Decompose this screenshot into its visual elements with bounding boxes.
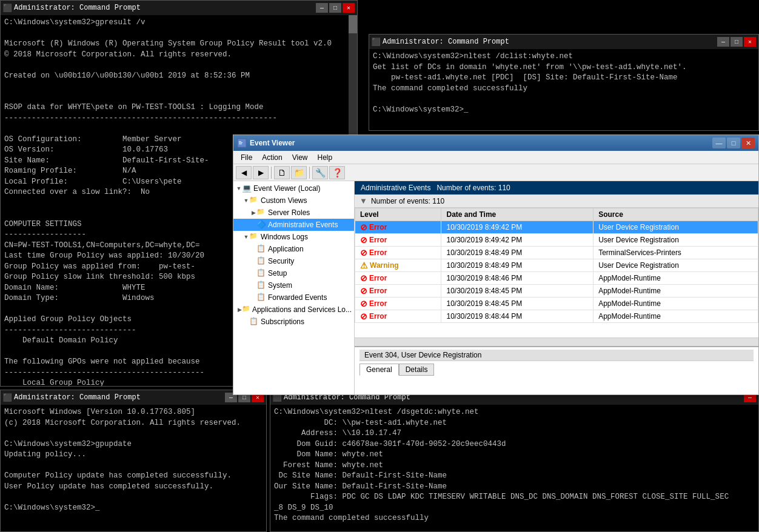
tree-custom-views-label: Custom Views xyxy=(261,196,307,205)
cmd-title-1: Administrator: Command Prompt xyxy=(14,4,141,12)
menu-file[interactable]: File xyxy=(236,153,257,162)
cmd-text-4: C:\Windows\system32>nltest /dsgetdc:whyt… xyxy=(274,407,755,524)
tree-windows-logs-label: Windows Logs xyxy=(261,233,308,241)
security-log-icon: 📋 xyxy=(256,256,266,266)
event-datetime-cell: 10/30/2019 8:48:44 PM xyxy=(441,310,593,323)
ev-tab-general[interactable]: General xyxy=(359,364,399,376)
svg-rect-3 xyxy=(239,144,242,144)
event-source-cell: AppModel-Runtime xyxy=(593,310,758,323)
filter-count-label: Number of events: 110 xyxy=(371,197,444,205)
tree-custom-views[interactable]: ▼ 📁 Custom Views xyxy=(233,195,354,207)
setup-log-icon: 📋 xyxy=(256,268,266,278)
computer-icon: 💻 xyxy=(242,184,252,193)
ev-minimize-button[interactable]: — xyxy=(712,138,726,148)
col-source[interactable]: Source xyxy=(593,208,758,221)
forward-button[interactable]: ▶ xyxy=(253,166,269,179)
toolbar-sep-2 xyxy=(309,167,310,179)
apps-services-arrow: ▶ xyxy=(238,307,242,313)
tree-forwarded-events[interactable]: 📋 Forwarded Events xyxy=(233,291,354,304)
ev-table-wrap[interactable]: Level Date and Time Source ⊘ Error10/30/… xyxy=(355,208,758,337)
minimize-button-2[interactable]: — xyxy=(717,37,729,47)
tree-root[interactable]: ▼ 💻 Event Viewer (Local) xyxy=(233,182,354,195)
ev-detail-title: Event 304, User Device Registration xyxy=(364,351,481,359)
ev-maximize-button[interactable]: □ xyxy=(727,138,740,148)
ev-filter-bar: ▼ Number of events: 110 xyxy=(355,195,758,208)
table-row[interactable]: ⊘ Error10/30/2019 8:49:42 PMUser Device … xyxy=(355,221,758,234)
ev-detail-panel: Event 304, User Device Registration Gene… xyxy=(355,346,758,394)
event-level-cell: ⊘ Error xyxy=(355,221,441,234)
tree-root-arrow: ▼ xyxy=(236,185,242,191)
tree-admin-events[interactable]: 🔷 Administrative Events xyxy=(233,219,354,231)
event-datetime-cell: 10/30/2019 8:48:45 PM xyxy=(441,285,593,298)
event-source-cell: TerminalServices-Printers xyxy=(593,247,758,259)
cmd-window-3: ⬛ Administrator: Command Prompt — □ ✕ Mi… xyxy=(0,390,267,532)
menu-action[interactable]: Action xyxy=(257,153,287,162)
table-row[interactable]: ⊘ Error10/30/2019 8:48:45 PMAppModel-Run… xyxy=(355,298,758,310)
forwarded-events-icon: 📋 xyxy=(256,293,266,302)
tree-server-roles[interactable]: ▶ 📁 Server Roles xyxy=(233,207,354,219)
maximize-button-2[interactable]: □ xyxy=(731,37,743,47)
cmd-text-3: Microsoft Windows [Version 10.0.17763.80… xyxy=(4,407,262,513)
folder-button[interactable]: 📁 xyxy=(291,166,307,179)
system-log-icon: 📋 xyxy=(256,281,266,290)
ev-right-panel: Administrative Events Number of events: … xyxy=(355,181,758,394)
table-row[interactable]: ⚠ Warning10/30/2019 8:48:49 PMUser Devic… xyxy=(355,259,758,272)
ev-hscroll[interactable] xyxy=(355,337,758,346)
col-level[interactable]: Level xyxy=(355,208,441,221)
col-datetime[interactable]: Date and Time xyxy=(441,208,593,221)
maximize-button-1[interactable]: □ xyxy=(329,3,341,13)
event-level-cell: ⊘ Error xyxy=(355,298,441,310)
table-row[interactable]: ⊘ Error10/30/2019 8:48:44 PMAppModel-Run… xyxy=(355,310,758,323)
filter-icon: ▼ xyxy=(359,196,367,205)
ev-panel-header: Administrative Events Number of events: … xyxy=(355,181,758,195)
tree-apps-services[interactable]: ▶ 📁 Applications and Services Lo... xyxy=(233,304,354,316)
tree-windows-logs[interactable]: ▼ 📁 Windows Logs xyxy=(233,231,354,243)
tree-system[interactable]: 📋 System xyxy=(233,279,354,291)
event-source-cell: AppModel-Runtime xyxy=(593,272,758,285)
tree-security[interactable]: 📋 Security xyxy=(233,255,354,267)
custom-views-folder-icon: 📁 xyxy=(249,196,259,205)
admin-events-icon: 🔷 xyxy=(256,220,266,230)
event-level-cell: ⊘ Error xyxy=(355,272,441,285)
event-source-cell: AppModel-Runtime xyxy=(593,298,758,310)
menu-view[interactable]: View xyxy=(287,153,313,162)
cmd-titlebar-1: ⬛ Administrator: Command Prompt — □ ✕ xyxy=(1,1,357,15)
tree-application[interactable]: 📋 Application xyxy=(233,243,354,255)
refresh-button[interactable]: 🗋 xyxy=(274,166,290,179)
minimize-button-1[interactable]: — xyxy=(316,3,328,13)
tree-subscriptions-label: Subscriptions xyxy=(261,318,304,326)
cmd-titlebar-2: ⬛ Administrator: Command Prompt — □ ✕ xyxy=(369,35,758,49)
cmd-text-2: C:\Windows\system32>nltest /dclist:whyte… xyxy=(373,52,755,115)
ev-controls[interactable]: — □ ✕ xyxy=(712,138,755,148)
close-button-1[interactable]: ✕ xyxy=(343,3,355,13)
ev-table-body: ⊘ Error10/30/2019 8:49:42 PMUser Device … xyxy=(355,221,758,323)
ev-detail-header: Event 304, User Device Registration xyxy=(359,350,754,361)
svg-rect-2 xyxy=(239,142,242,143)
event-source-cell: User Device Registration xyxy=(593,221,758,234)
table-row[interactable]: ⊘ Error10/30/2019 8:48:45 PMAppModel-Run… xyxy=(355,285,758,298)
cmd-scrollbar-thumb-1[interactable] xyxy=(349,15,357,33)
table-row[interactable]: ⊘ Error10/30/2019 8:48:46 PMAppModel-Run… xyxy=(355,272,758,285)
menu-help[interactable]: Help xyxy=(313,153,338,162)
back-button[interactable]: ◀ xyxy=(236,166,252,179)
event-datetime-cell: 10/30/2019 8:49:42 PM xyxy=(441,221,593,234)
cmd-controls-1[interactable]: — □ ✕ xyxy=(316,3,355,13)
event-datetime-cell: 10/30/2019 8:49:42 PM xyxy=(441,234,593,247)
close-button-2[interactable]: ✕ xyxy=(744,37,756,47)
cmd-content-2: C:\Windows\system32>nltest /dclist:whyte… xyxy=(369,49,758,130)
cmd-titlebar-3: ⬛ Administrator: Command Prompt — □ ✕ xyxy=(1,390,266,405)
ev-body: ▼ 💻 Event Viewer (Local) ▼ 📁 Custom View… xyxy=(233,181,758,394)
event-datetime-cell: 10/30/2019 8:48:45 PM xyxy=(441,298,593,310)
tree-setup[interactable]: 📋 Setup xyxy=(233,267,354,279)
cmd-controls-2[interactable]: — □ ✕ xyxy=(717,37,756,47)
tree-system-label: System xyxy=(268,281,292,290)
properties-button[interactable]: 🔧 xyxy=(312,166,328,179)
event-level-cell: ⊘ Error xyxy=(355,310,441,323)
ev-tab-details[interactable]: Details xyxy=(399,364,435,376)
tree-subscriptions[interactable]: 📋 Subscriptions xyxy=(233,316,354,328)
ev-close-button[interactable]: ✕ xyxy=(741,138,755,148)
application-log-icon: 📋 xyxy=(256,244,266,254)
table-row[interactable]: ⊘ Error10/30/2019 8:48:49 PMTerminalServ… xyxy=(355,247,758,259)
table-row[interactable]: ⊘ Error10/30/2019 8:49:42 PMUser Device … xyxy=(355,234,758,247)
help-button[interactable]: ❓ xyxy=(329,166,345,179)
